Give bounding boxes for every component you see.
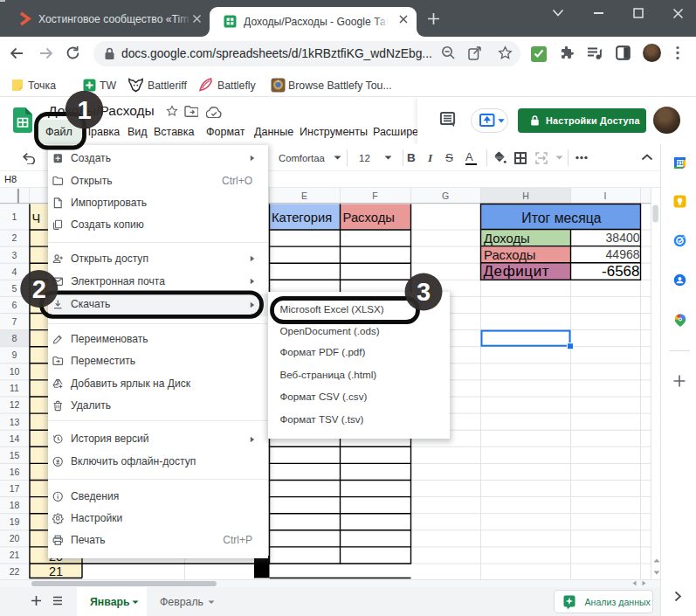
svg-text:3: 3	[417, 278, 431, 306]
svg-text:2: 2	[32, 275, 46, 303]
svg-text:1: 1	[77, 96, 91, 124]
